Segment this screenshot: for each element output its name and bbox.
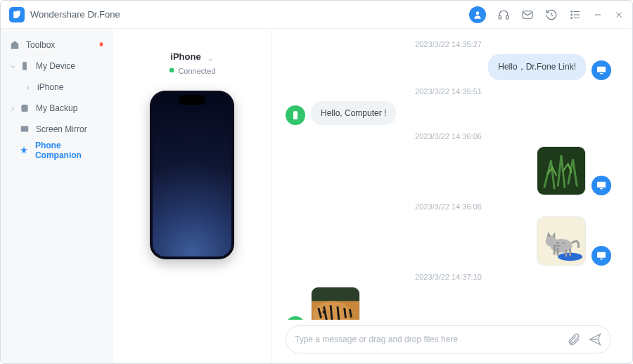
app-title: Wondershare Dr.Fone xyxy=(30,9,120,20)
chevron-down-icon xyxy=(9,63,16,70)
chat-panel: 2023/3/22 14:35:27 Hello，Dr.Fone Link! 2… xyxy=(271,29,632,363)
device-selector[interactable]: iPhone xyxy=(170,51,213,62)
chevron-down-icon xyxy=(207,53,214,60)
sidebar-item-screen-mirror[interactable]: Screen Mirror xyxy=(1,119,113,140)
svg-rect-20 xyxy=(600,73,603,74)
account-icon[interactable] xyxy=(469,6,486,23)
image-message-tiger[interactable] xyxy=(311,287,360,320)
svg-point-2 xyxy=(476,11,480,15)
svg-rect-4 xyxy=(506,15,509,19)
mirror-icon xyxy=(19,124,30,135)
svg-point-10 xyxy=(571,17,573,18)
timestamp: 2023/3/22 14:35:27 xyxy=(286,40,611,48)
device-status-label: Connected xyxy=(178,67,215,75)
pc-avatar-icon xyxy=(592,176,611,195)
companion-icon xyxy=(19,145,30,156)
message-bubble: Hello，Dr.Fone Link! xyxy=(488,54,586,80)
headset-icon[interactable] xyxy=(497,8,510,21)
sidebar-label: Screen Mirror xyxy=(36,124,87,134)
sidebar-item-iphone[interactable]: iPhone xyxy=(1,77,113,98)
sidebar-item-my-backup[interactable]: My Backup xyxy=(1,98,113,119)
svg-rect-15 xyxy=(23,62,27,70)
toolbox-icon xyxy=(9,39,20,51)
titlebar: Wondershare Dr.Fone xyxy=(1,1,632,29)
svg-point-6 xyxy=(571,11,573,12)
flame-icon xyxy=(96,41,105,49)
message-bubble: Hello, Computer ! xyxy=(311,101,396,125)
attach-icon[interactable] xyxy=(567,332,581,346)
timestamp: 2023/3/22 14:36:06 xyxy=(286,132,611,141)
device-name: iPhone xyxy=(170,51,200,62)
message-row xyxy=(286,287,611,320)
history-icon[interactable] xyxy=(545,8,558,21)
device-icon xyxy=(19,60,30,72)
message-row xyxy=(286,216,611,266)
sidebar-label: My Device xyxy=(36,61,75,71)
svg-point-8 xyxy=(571,14,573,15)
message-input[interactable] xyxy=(295,334,560,344)
sidebar-item-toolbox[interactable]: Toolbox xyxy=(1,34,113,56)
svg-point-37 xyxy=(323,311,326,313)
timestamp: 2023/3/22 14:35:51 xyxy=(286,87,611,96)
backup-icon xyxy=(19,103,30,114)
send-icon[interactable] xyxy=(588,332,602,346)
svg-point-18 xyxy=(170,68,174,73)
pc-avatar-icon xyxy=(592,246,611,266)
device-panel: iPhone Connected xyxy=(113,29,271,363)
device-status: Connected xyxy=(120,67,264,75)
chevron-right-icon xyxy=(25,84,32,91)
svg-rect-19 xyxy=(597,67,606,72)
svg-rect-3 xyxy=(499,15,501,19)
svg-rect-31 xyxy=(597,252,606,258)
svg-rect-23 xyxy=(597,182,606,188)
timestamp: 2023/3/22 14:37:10 xyxy=(286,273,611,281)
chevron-right-icon xyxy=(9,105,16,112)
svg-rect-24 xyxy=(600,188,603,189)
mail-icon[interactable] xyxy=(521,8,534,21)
image-message-cat[interactable] xyxy=(537,216,586,266)
sidebar-label: Phone Companion xyxy=(35,141,105,160)
message-composer xyxy=(286,325,611,353)
phone-avatar-icon xyxy=(286,316,305,320)
minimize-button[interactable] xyxy=(593,10,603,20)
chat-scroll[interactable]: 2023/3/22 14:35:27 Hello，Dr.Fone Link! 2… xyxy=(271,29,632,320)
svg-rect-5 xyxy=(523,11,532,18)
message-row xyxy=(286,146,611,195)
app-logo xyxy=(9,7,25,22)
sidebar-item-my-device[interactable]: My Device xyxy=(1,56,113,77)
message-row: Hello，Dr.Fone Link! xyxy=(286,54,611,80)
close-button[interactable] xyxy=(614,10,624,20)
message-row: Hello, Computer ! xyxy=(286,101,611,125)
connected-dot-icon xyxy=(168,67,175,75)
phone-avatar-icon xyxy=(286,105,305,125)
timestamp: 2023/3/22 14:36:06 xyxy=(286,202,611,211)
sidebar-item-phone-companion[interactable]: Phone Companion xyxy=(1,140,113,161)
svg-rect-21 xyxy=(293,111,298,119)
svg-rect-32 xyxy=(600,259,603,259)
list-icon[interactable] xyxy=(569,8,582,21)
sidebar-label: iPhone xyxy=(37,82,63,92)
svg-rect-1 xyxy=(14,13,20,15)
phone-mockup xyxy=(150,91,234,259)
svg-rect-17 xyxy=(21,126,29,131)
sidebar: Toolbox My Device iPhone My Backup Scree… xyxy=(1,29,113,363)
pc-avatar-icon xyxy=(592,60,611,80)
image-message-plant[interactable] xyxy=(537,146,586,195)
sidebar-label: Toolbox xyxy=(26,40,55,50)
sidebar-label: My Backup xyxy=(36,103,77,113)
